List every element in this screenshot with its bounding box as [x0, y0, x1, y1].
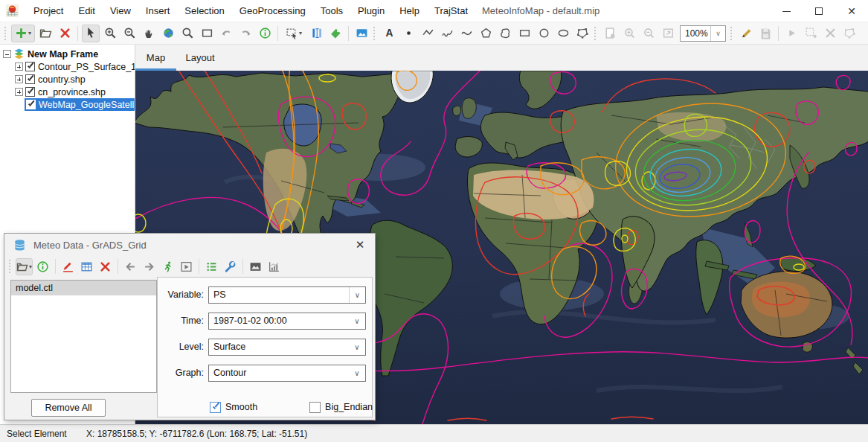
- new-polyline-button[interactable]: [419, 25, 437, 42]
- tab-map[interactable]: Map: [135, 45, 176, 71]
- menu-plugin[interactable]: Plugin: [350, 0, 392, 22]
- new-point-button[interactable]: [399, 25, 417, 42]
- previous-time-button[interactable]: [122, 258, 139, 275]
- graph-combobox[interactable]: Contour ∨: [208, 365, 366, 382]
- pan-button[interactable]: [140, 25, 158, 42]
- select-by-rectangle-button[interactable]: [198, 25, 216, 42]
- page-setup-button[interactable]: [601, 25, 619, 42]
- data-info-button[interactable]: [34, 258, 51, 275]
- open-data-button[interactable]: ▾: [16, 258, 33, 275]
- toolbar-grip[interactable]: [730, 27, 734, 40]
- layer-row-cn-province[interactable]: cn_province.shp: [0, 86, 135, 98]
- data-table-button[interactable]: [78, 258, 95, 275]
- map-frame-node[interactable]: New Map Frame: [0, 48, 135, 60]
- layer-row-country[interactable]: country.shp: [0, 73, 135, 86]
- new-curve-button[interactable]: [457, 25, 475, 42]
- chevron-down-icon[interactable]: ∨: [349, 369, 365, 377]
- redo-button[interactable]: [237, 25, 254, 42]
- save-edit-button[interactable]: [756, 25, 774, 42]
- tab-layout[interactable]: Layout: [176, 45, 224, 71]
- edit-vertices-button[interactable]: [573, 25, 591, 42]
- dialog-titlebar[interactable]: Meteo Data - GrADS_Grid ✕: [4, 234, 375, 256]
- layer-row-contour[interactable]: Contour_PS_Surface_19: [0, 60, 135, 73]
- layout-zoom-out-button[interactable]: [640, 25, 658, 42]
- expand-icon[interactable]: [15, 88, 23, 96]
- zoom-level-combobox[interactable]: 100% ∨: [680, 25, 726, 42]
- toolbar-grip[interactable]: [9, 260, 13, 273]
- play-button[interactable]: [782, 25, 800, 42]
- toolbar-grip[interactable]: [594, 27, 598, 40]
- add-layer-button[interactable]: ▾: [11, 25, 35, 42]
- new-label-button[interactable]: A: [380, 25, 398, 42]
- delete-feature-button[interactable]: [821, 25, 839, 42]
- time-combobox[interactable]: 1987-01-02 00:00 ∨: [208, 313, 366, 330]
- animate-button[interactable]: [159, 258, 176, 275]
- zoom-out-button[interactable]: [120, 25, 138, 42]
- smooth-checkbox[interactable]: Smooth: [210, 402, 257, 413]
- checkbox-checked-icon[interactable]: [210, 402, 221, 413]
- expand-icon[interactable]: [15, 75, 23, 83]
- expand-icon[interactable]: [15, 63, 23, 71]
- layer-row-webmap[interactable]: WebMap_GoogleSatell: [25, 98, 135, 111]
- create-chart-button[interactable]: [266, 258, 283, 275]
- menu-view[interactable]: View: [103, 0, 138, 22]
- draw-settings-button[interactable]: [222, 258, 239, 275]
- menu-insert[interactable]: Insert: [138, 0, 178, 22]
- new-ellipse-button[interactable]: [554, 25, 572, 42]
- new-circle-button[interactable]: [535, 25, 553, 42]
- undo-button[interactable]: [217, 25, 235, 42]
- measure-button[interactable]: [307, 25, 325, 42]
- layer-checkbox[interactable]: [25, 87, 35, 97]
- chevron-down-icon[interactable]: ∨: [349, 287, 365, 303]
- dialog-close-button[interactable]: ✕: [345, 234, 375, 256]
- play-animation-button[interactable]: [178, 258, 195, 275]
- label-button[interactable]: [327, 25, 344, 42]
- start-edit-button[interactable]: [737, 25, 755, 42]
- variable-combobox[interactable]: PS ∨: [208, 286, 366, 304]
- menu-tools[interactable]: Tools: [313, 0, 350, 22]
- new-rectangle-button[interactable]: [515, 25, 533, 42]
- checkbox-unchecked-icon[interactable]: [309, 402, 321, 413]
- new-polygon-button[interactable]: [477, 25, 495, 42]
- select-feature-button[interactable]: ▾: [282, 25, 306, 42]
- reshape-feature-button[interactable]: [840, 25, 858, 42]
- level-combobox[interactable]: Surface ∨: [208, 339, 366, 356]
- add-feature-button[interactable]: [802, 25, 820, 42]
- identify-button[interactable]: [256, 25, 274, 42]
- next-time-button[interactable]: [141, 258, 158, 275]
- file-item-selected[interactable]: model.ctl: [11, 281, 156, 295]
- menu-selection[interactable]: Selection: [177, 0, 231, 22]
- select-tool-button[interactable]: [82, 25, 100, 42]
- chevron-down-icon[interactable]: ∨: [349, 343, 365, 351]
- toolbar-grip[interactable]: [373, 27, 377, 40]
- minimize-button[interactable]: [770, 0, 803, 22]
- menu-help[interactable]: Help: [392, 0, 427, 22]
- layer-checkbox[interactable]: [25, 74, 35, 84]
- menu-project[interactable]: Project: [26, 0, 71, 22]
- collapse-icon[interactable]: [3, 50, 11, 58]
- layer-checkbox[interactable]: [25, 62, 35, 71]
- zoom-to-layer-button[interactable]: [179, 25, 196, 42]
- zoom-in-button[interactable]: [101, 25, 119, 42]
- remove-data-button[interactable]: [97, 258, 114, 275]
- close-button[interactable]: ✕: [835, 0, 868, 22]
- open-file-button[interactable]: [36, 25, 54, 42]
- maximize-button[interactable]: [803, 0, 835, 22]
- create-map-button[interactable]: [247, 258, 264, 275]
- chevron-down-icon[interactable]: ∨: [710, 26, 725, 41]
- big-endian-checkbox[interactable]: Big_Endian: [309, 402, 373, 413]
- remove-all-button[interactable]: Remove All: [31, 399, 106, 417]
- data-file-list[interactable]: model.ctl: [10, 280, 157, 393]
- fit-to-screen-button[interactable]: [659, 25, 677, 42]
- menu-geoprocessing[interactable]: GeoProcessing: [232, 0, 313, 22]
- new-freehand-button[interactable]: [438, 25, 456, 42]
- menu-edit[interactable]: Edit: [71, 0, 102, 22]
- layer-checkbox[interactable]: [26, 100, 36, 109]
- menu-trajstat[interactable]: TrajStat: [427, 0, 475, 22]
- new-curve-polygon-button[interactable]: [496, 25, 514, 42]
- full-extent-button[interactable]: [159, 25, 177, 42]
- add-image-button[interactable]: [353, 25, 370, 42]
- draw-data-button[interactable]: [60, 258, 77, 275]
- layout-zoom-in-button[interactable]: [620, 25, 638, 42]
- toolbar-grip[interactable]: [4, 27, 8, 40]
